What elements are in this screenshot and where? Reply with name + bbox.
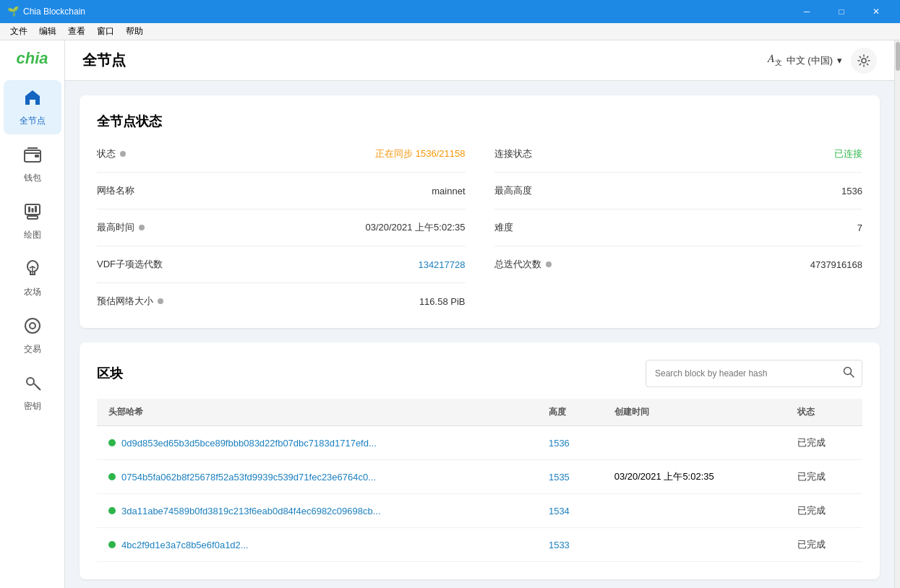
- app-title: Chia Blockchain: [23, 7, 790, 17]
- table-row[interactable]: 0754b5fa062b8f25678f52a53fd9939c539d71fe…: [97, 460, 862, 494]
- svg-rect-6: [28, 207, 30, 212]
- status-value-netsize: 116.58 PiB: [419, 296, 466, 307]
- cell-hash-2[interactable]: 3da11abe74589b0fd3819c213f6eab0d84f4ec69…: [97, 494, 537, 528]
- search-box: [646, 360, 862, 387]
- sidebar-label-fullnode: 全节点: [20, 115, 46, 127]
- status-left-col: 状态 正在同步 1536/21158 网络名称 mainnet: [97, 144, 466, 311]
- hash-text-3[interactable]: 4bc2f9d1e3a7c8b5e6f0a1d2...: [121, 540, 249, 550]
- scrollbar[interactable]: [894, 40, 900, 588]
- menu-edit[interactable]: 编辑: [33, 24, 62, 39]
- main-content: 全节点 𝐴文 中文 (中国) ▾ 全节点状态: [65, 40, 894, 588]
- row-status-dot-2: [108, 507, 116, 514]
- status-value-difficulty: 7: [857, 222, 862, 233]
- minimize-button[interactable]: ─: [790, 0, 823, 23]
- settings-button[interactable]: [851, 48, 877, 74]
- blocks-title: 区块: [97, 365, 123, 382]
- cell-hash-3[interactable]: 4bc2f9d1e3a7c8b5e6f0a1d2...: [97, 528, 537, 562]
- status-row-time: 最高时间 03/20/2021 上午5:02:35: [97, 218, 466, 237]
- menu-view[interactable]: 查看: [62, 24, 91, 39]
- gear-icon: [857, 54, 870, 67]
- sidebar-label-trade: 交易: [24, 343, 41, 355]
- scroll-thumb: [896, 42, 900, 71]
- col-header-status: 状态: [786, 399, 862, 426]
- plot-icon: [22, 202, 43, 226]
- menu-help[interactable]: 帮助: [120, 24, 149, 39]
- svg-point-15: [27, 378, 34, 385]
- col-header-time: 创建时间: [603, 399, 786, 426]
- wallet-icon: [22, 144, 43, 169]
- sidebar-label-wallet: 钱包: [24, 172, 41, 184]
- svg-line-20: [851, 374, 854, 378]
- netsize-dot: [158, 298, 163, 304]
- totaliter-dot: [546, 261, 552, 267]
- state-text: 状态: [97, 147, 116, 160]
- cell-time-2: [603, 494, 786, 528]
- time-dot: [139, 225, 145, 230]
- sidebar-item-plot[interactable]: 绘图: [4, 194, 61, 248]
- cell-time-0: [603, 426, 786, 460]
- col-header-hash: 头部哈希: [97, 399, 537, 426]
- sidebar-logo: chia: [11, 48, 54, 69]
- hash-text-2[interactable]: 3da11abe74589b0fd3819c213f6eab0d84f4ec69…: [121, 506, 381, 516]
- node-status-title: 全节点状态: [97, 113, 862, 130]
- totaliter-text: 总迭代次数: [494, 258, 541, 271]
- maximize-button[interactable]: □: [825, 0, 858, 23]
- status-label-time: 最高时间: [97, 221, 145, 234]
- netsize-text: 预估网络大小: [97, 295, 153, 308]
- sidebar-label-plot: 绘图: [24, 229, 41, 241]
- sidebar-item-fullnode[interactable]: 全节点: [4, 80, 61, 134]
- menu-file[interactable]: 文件: [4, 24, 33, 39]
- language-label: 中文 (中国): [787, 54, 833, 67]
- table-header-row: 头部哈希 高度 创建时间 状态: [97, 399, 862, 426]
- table-row[interactable]: 0d9d853ed65b3d5bce89fbbb083d22fb07dbc718…: [97, 426, 862, 460]
- status-value-state: 正在同步 1536/21158: [375, 147, 465, 160]
- sidebar-item-keys[interactable]: 密钥: [4, 366, 61, 420]
- col-header-height: 高度: [537, 399, 603, 426]
- status-value-network: mainnet: [432, 186, 465, 196]
- cell-height-3[interactable]: 1533: [537, 528, 603, 562]
- cell-hash-0[interactable]: 0d9d853ed65b3d5bce89fbbb083d22fb07dbc718…: [97, 426, 537, 460]
- sidebar-item-trade[interactable]: 交易: [4, 308, 61, 363]
- svg-rect-1: [35, 155, 39, 157]
- cell-time-3: [603, 528, 786, 562]
- svg-point-18: [862, 59, 866, 63]
- status-label-netsize: 预估网络大小: [97, 295, 163, 308]
- cell-time-1: 03/20/2021 上午5:02:35: [603, 460, 786, 494]
- status-row-state: 状态 正在同步 1536/21158: [97, 144, 466, 163]
- status-label-vdf: VDF子项选代数: [97, 258, 163, 271]
- table-row[interactable]: 4bc2f9d1e3a7c8b5e6f0a1d2... 1533 已完成: [97, 528, 862, 562]
- title-bar: 🌱 Chia Blockchain ─ □ ✕: [0, 0, 900, 23]
- status-value-vdf: 134217728: [418, 259, 465, 270]
- sidebar-item-wallet[interactable]: 钱包: [4, 137, 61, 191]
- app-container: chia 全节点 钱包: [0, 40, 900, 588]
- cell-height-2[interactable]: 1534: [537, 494, 603, 528]
- svg-point-13: [25, 319, 40, 333]
- menu-bar: 文件 编辑 查看 窗口 帮助: [0, 23, 900, 40]
- svg-rect-3: [27, 216, 38, 219]
- menu-window[interactable]: 窗口: [91, 24, 120, 39]
- status-value-maxheight: 1536: [841, 186, 862, 196]
- svg-point-14: [30, 323, 35, 329]
- content-area: 全节点状态 状态 正在同步 1536/21158: [65, 81, 894, 588]
- blocks-table: 头部哈希 高度 创建时间 状态 0d9d853ed65b3d5bce89fbbb…: [97, 399, 862, 562]
- status-value-connection: 已连接: [834, 147, 862, 160]
- cell-status-1: 已完成: [786, 460, 862, 494]
- cell-height-0[interactable]: 1536: [537, 426, 603, 460]
- search-button[interactable]: [836, 360, 862, 386]
- hash-text-1[interactable]: 0754b5fa062b8f25678f52a53fd9939c539d71fe…: [121, 472, 376, 483]
- row-status-dot-0: [108, 439, 116, 446]
- cell-hash-1[interactable]: 0754b5fa062b8f25678f52a53fd9939c539d71fe…: [97, 460, 537, 494]
- table-row[interactable]: 3da11abe74589b0fd3819c213f6eab0d84f4ec69…: [97, 494, 862, 528]
- status-label-connection: 连接状态: [494, 147, 532, 160]
- status-label-state: 状态: [97, 147, 126, 160]
- status-row-network: 网络名称 mainnet: [97, 181, 466, 200]
- hash-text-0[interactable]: 0d9d853ed65b3d5bce89fbbb083d22fb07dbc718…: [121, 438, 377, 449]
- cell-height-1[interactable]: 1535: [537, 460, 603, 494]
- svg-line-17: [38, 387, 39, 389]
- blocks-card: 区块 头部哈希: [80, 342, 880, 579]
- search-input[interactable]: [646, 363, 836, 384]
- language-selector[interactable]: 𝐴文 中文 (中国) ▾: [768, 52, 842, 68]
- close-button[interactable]: ✕: [860, 0, 893, 23]
- window-controls: ─ □ ✕: [790, 0, 893, 23]
- sidebar-item-farm[interactable]: 农场: [4, 251, 61, 306]
